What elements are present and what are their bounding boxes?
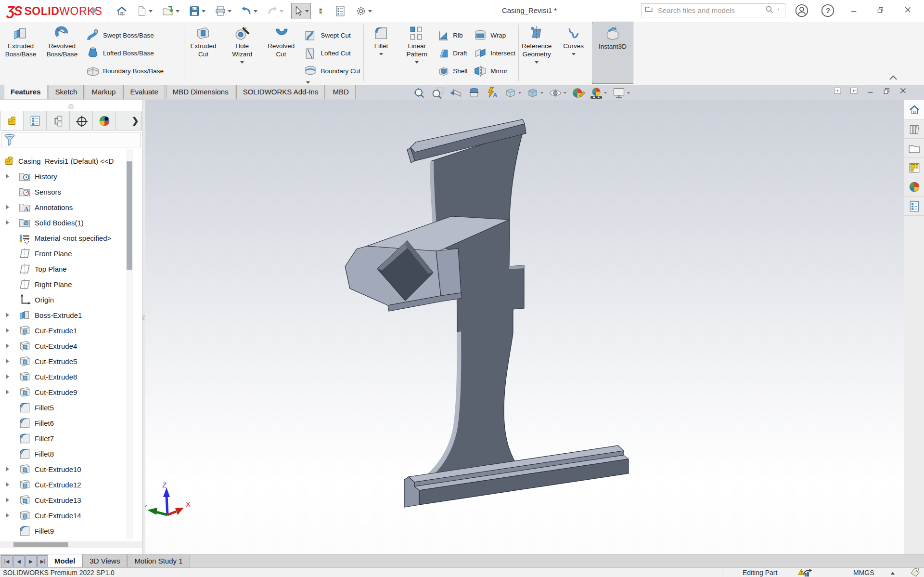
new-document-button[interactable] <box>135 3 154 19</box>
edit-appearance-button[interactable] <box>570 85 586 101</box>
dimxpert-tab-button[interactable] <box>70 111 93 130</box>
view-settings-button[interactable] <box>611 85 631 101</box>
restore-icon[interactable] <box>876 6 886 15</box>
panel-grip[interactable] <box>68 104 74 109</box>
dropdown-arrow-icon[interactable] <box>415 61 419 64</box>
tree-item-front-plane[interactable]: Front Plane <box>0 246 126 261</box>
expand-arrow-icon[interactable] <box>6 174 9 179</box>
units-label[interactable]: MMGS <box>853 569 874 577</box>
zoom-area-button[interactable] <box>430 85 445 101</box>
tree-item-fillet7[interactable]: Fillet7 <box>0 431 126 446</box>
print-button[interactable] <box>213 3 233 19</box>
dropdown-arrow-icon[interactable] <box>202 10 205 13</box>
close-button[interactable] <box>899 87 909 98</box>
configurationmanager-tab-button[interactable] <box>47 111 70 130</box>
user-account-icon[interactable] <box>795 4 808 17</box>
tree-root[interactable]: Casing_Revisi1 (Default) <<D <box>0 153 126 169</box>
custom-properties-tab[interactable] <box>904 197 924 216</box>
previous-tab-button[interactable]: ◀ <box>13 555 25 567</box>
tree-item-cut-extrude13[interactable]: Cut-Extrude13 <box>0 492 126 508</box>
dropdown-arrow-icon[interactable] <box>368 10 372 13</box>
draft-button[interactable]: Draft <box>435 44 470 62</box>
chevron-down-icon[interactable] <box>777 8 782 13</box>
file-explorer-tab[interactable] <box>904 139 924 158</box>
intersect-button[interactable]: Intersect <box>470 44 518 62</box>
design-library-tab[interactable] <box>904 119 924 139</box>
hide-show-items-button[interactable] <box>547 85 567 101</box>
propertymanager-tab-button[interactable] <box>24 111 47 130</box>
tree-item-top-plane[interactable]: Top Plane <box>0 261 126 276</box>
pane-left-button[interactable] <box>834 87 843 98</box>
dropdown-arrow-icon[interactable] <box>535 61 539 64</box>
revolved-boss-button[interactable]: Revolved Boss/Base <box>41 22 83 59</box>
help-icon[interactable]: ? <box>821 4 834 17</box>
view-orientation-button[interactable] <box>503 85 522 101</box>
section-view-button[interactable] <box>466 85 482 101</box>
dropdown-arrow-icon[interactable] <box>564 92 566 94</box>
tree-item-cut-extrude14[interactable]: Cut-Extrude14 <box>0 508 126 523</box>
expand-arrow-icon[interactable] <box>6 313 9 317</box>
featuremanager-tab-button[interactable] <box>0 111 24 130</box>
tree-horizontal-scrollbar[interactable] <box>0 541 142 548</box>
extruded-boss-button[interactable]: Extruded Boss/Base <box>0 22 41 59</box>
shell-button[interactable]: Shell <box>435 62 470 80</box>
collapse-ribbon-icon[interactable] <box>889 75 898 80</box>
tab-3d-views[interactable]: 3D Views <box>82 554 127 567</box>
dropdown-arrow-icon[interactable] <box>149 10 153 13</box>
hole-wizard-button[interactable]: ✦Hole Wizard <box>223 22 262 64</box>
scrollbar-thumb[interactable] <box>13 542 68 547</box>
search-box[interactable] <box>641 3 785 17</box>
expand-arrow-icon[interactable] <box>6 328 9 333</box>
select-cursor-button[interactable] <box>291 3 311 19</box>
lofted-boss-button[interactable]: Lofted Boss/Base <box>83 44 167 62</box>
expand-arrow-icon[interactable] <box>6 467 9 472</box>
wrap-button[interactable]: Wrap <box>470 26 518 44</box>
tab-motion-study-1[interactable]: Motion Study 1 <box>127 554 190 567</box>
view-palette-tab[interactable] <box>904 158 924 177</box>
tag-icon[interactable] <box>910 568 920 577</box>
previous-view-button[interactable] <box>448 85 463 101</box>
first-tab-button[interactable]: |◀ <box>1 555 13 567</box>
dropdown-arrow-icon[interactable] <box>572 53 576 55</box>
expand-arrow-icon[interactable] <box>6 205 9 210</box>
expand-arrow-icon[interactable] <box>6 359 9 364</box>
tab-mbd-dimensions[interactable]: MBD Dimensions <box>166 85 235 99</box>
undo-button[interactable] <box>239 3 259 19</box>
tree-item-history[interactable]: History <box>0 169 126 184</box>
dropdown-arrow-icon[interactable] <box>379 53 383 55</box>
dropdown-arrow-icon[interactable] <box>540 92 543 94</box>
logo-expand-arrow-icon[interactable] <box>92 7 97 14</box>
tree-item-cut-extrude1[interactable]: Cut-Extrude1 <box>0 323 126 338</box>
extruded-cut-button[interactable]: Extruded Cut <box>184 22 223 59</box>
linear-pattern-button[interactable]: Linear Pattern <box>399 22 435 64</box>
swept-cut-button[interactable]: Swept Cut <box>300 26 363 44</box>
home-button[interactable] <box>115 3 129 19</box>
swept-boss-button[interactable]: Swept Boss/Base <box>83 26 167 44</box>
tab-model[interactable]: Model <box>47 554 82 567</box>
expand-arrow-icon[interactable] <box>6 343 9 348</box>
dropdown-arrow-icon[interactable] <box>240 61 244 64</box>
minimize-icon[interactable] <box>848 4 861 17</box>
zoom-fit-button[interactable] <box>411 85 427 101</box>
options-list-button[interactable] <box>333 3 347 19</box>
performance-warning-icon[interactable]: ! <box>798 568 812 577</box>
tree-item-fillet6[interactable]: Fillet6 <box>0 415 126 431</box>
dropdown-arrow-icon[interactable] <box>627 92 630 94</box>
expand-arrow-icon[interactable] <box>6 498 9 502</box>
search-icon[interactable] <box>765 5 774 16</box>
tree-item-cut-extrude9[interactable]: Cut-Extrude9 <box>0 384 126 400</box>
user-account-icon[interactable] <box>795 4 808 17</box>
tree-item-fillet9[interactable]: Fillet9 <box>0 523 126 538</box>
restore-icon[interactable] <box>874 4 888 17</box>
reference-geometry-button[interactable]: Reference Geometry <box>518 22 555 64</box>
tree-item-cut-extrude8[interactable]: Cut-Extrude8 <box>0 369 126 384</box>
dropdown-arrow-icon[interactable] <box>518 92 521 94</box>
appearances-tab[interactable] <box>904 177 924 197</box>
annotation-views-button[interactable]: A <box>485 85 500 101</box>
dropdown-arrow-icon[interactable] <box>228 10 231 13</box>
redo-button[interactable] <box>265 3 285 19</box>
expand-arrow-icon[interactable] <box>6 513 9 518</box>
display-style-button[interactable] <box>525 85 544 101</box>
tree-item-fillet5[interactable]: Fillet5 <box>0 400 126 415</box>
chevron-down-icon[interactable] <box>777 6 782 15</box>
